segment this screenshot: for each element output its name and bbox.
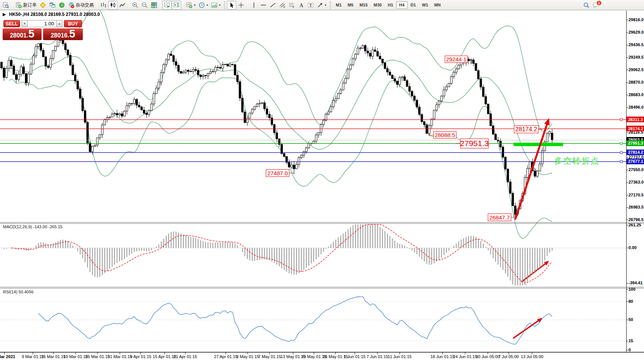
indicators-list-button[interactable]: ▾ — [185, 1, 197, 9]
chart-shift-button[interactable] — [172, 1, 181, 9]
price-label-annotation[interactable]: 27951.3 — [460, 139, 489, 148]
chart-canvas[interactable] — [0, 0, 644, 360]
svg-text:E: E — [284, 6, 286, 8]
search-button[interactable] — [582, 1, 591, 9]
price-tick: 26796.5 — [628, 217, 644, 222]
metaeditor-button[interactable] — [38, 1, 48, 9]
periods-menu-button[interactable]: ▾ — [197, 1, 209, 9]
market-watch-button[interactable] — [48, 1, 57, 9]
auto-scroll-button[interactable] — [162, 1, 172, 9]
text-label-tool-icon: T — [307, 2, 314, 8]
trendline-tool-button[interactable] — [268, 1, 278, 9]
timeframe-D1[interactable]: D1 — [408, 1, 419, 9]
pane-frames — [0, 11, 644, 354]
price-label-annotation[interactable]: 28174.2 — [514, 125, 538, 133]
trend-arrow-rsi[interactable] — [514, 318, 542, 338]
crosshair-tool-button[interactable] — [236, 1, 246, 9]
price-label-annotation[interactable]: 29244.1 — [445, 56, 468, 63]
time-label: 9 Mar 01:15 — [22, 354, 44, 359]
timeframe-H4[interactable]: H4 — [396, 1, 408, 9]
auto-trading-label: 自动交易 — [76, 2, 94, 8]
indicator-axis-tick: 100 — [628, 287, 644, 292]
symbol-info: HK50-,H4 28108.0 28169.5 27931.0 28003.0 — [2, 12, 100, 17]
indicators-list-icon — [186, 2, 192, 8]
dropdown-caret-icon[interactable]: ▾ — [219, 3, 220, 7]
price-tick: 27363.0 — [628, 180, 644, 185]
buy-price[interactable]: 28016.5 — [43, 28, 83, 40]
price-tag: 27814.2 — [627, 150, 644, 155]
buy-button[interactable]: BUY — [64, 20, 82, 27]
time-label: 19 Mar 01:15 — [64, 354, 88, 359]
annotation-leaders — [289, 59, 542, 217]
dropdown-caret-icon[interactable]: ▾ — [206, 3, 208, 7]
auto-trading-button[interactable]: 自动交易 — [67, 1, 95, 9]
price-tick: 29062.5 — [628, 67, 644, 72]
fibonacci-tool-button[interactable]: F — [287, 1, 296, 9]
notifications-button[interactable]: 1 — [591, 1, 601, 9]
chinese-annotation[interactable]: 多空转折点 — [554, 156, 600, 166]
sell-price[interactable]: 28001.5 — [3, 28, 42, 40]
periods-menu-icon — [199, 2, 205, 8]
green-highlight-bar[interactable] — [514, 143, 563, 146]
price-label-annotation[interactable]: 28088.5 — [433, 131, 456, 139]
text-tool-button[interactable]: A — [296, 1, 306, 9]
time-label: 31 Mar 01:15 — [108, 354, 132, 359]
toolbar-separator — [160, 1, 161, 9]
toolbar-grip[interactable] — [330, 1, 331, 9]
timeframe-M5[interactable]: M5 — [345, 1, 356, 9]
horizontal-line-tool-button[interactable] — [259, 1, 268, 9]
time-label: 11 Jun 01:15 — [388, 354, 412, 359]
vertical-line-tool-icon — [251, 2, 257, 8]
timeframe-M1[interactable]: M1 — [333, 1, 345, 9]
price-tick: 27170.5 — [628, 193, 644, 198]
dropdown-caret-icon[interactable]: ▾ — [194, 3, 196, 7]
time-label: 15 Apr 01:15 — [153, 354, 176, 359]
time-label: 21 Apr 01:15 — [174, 354, 197, 359]
one-click-trading-panel: SELL ▼ ▲ BUY 28001.5 28016.5 — [3, 19, 83, 41]
timeframe-M15[interactable]: M15 — [357, 1, 371, 9]
line-chart-mode-button[interactable] — [118, 1, 127, 9]
time-label: 25 Mar 01:15 — [85, 354, 110, 359]
new-order-button[interactable]: 新订单 — [14, 1, 38, 9]
price-label-annotation[interactable]: 27487.0 — [266, 169, 289, 177]
candle-chart-mode-button[interactable] — [108, 1, 118, 9]
zoom-out-button[interactable] — [140, 1, 149, 9]
zoom-in-button[interactable] — [130, 1, 140, 9]
sell-button[interactable]: SELL — [3, 20, 20, 27]
vertical-line-tool-button[interactable] — [249, 1, 259, 9]
metaeditor-icon — [40, 2, 46, 8]
volume-increase-button[interactable]: ▲ — [56, 20, 62, 27]
arrows-tool-icon — [317, 2, 323, 8]
cursor-tool-icon — [228, 2, 235, 8]
text-label-tool-button[interactable]: T — [306, 1, 315, 9]
dropdown-caret-icon[interactable]: ▾ — [325, 3, 326, 7]
timeframe-H1[interactable]: H1 — [385, 1, 396, 9]
volume-decrease-button[interactable]: ▼ — [22, 20, 28, 27]
symbol-marker-icon — [2, 12, 6, 17]
new-order-label: 新订单 — [23, 2, 37, 8]
templates-menu-button[interactable]: ▾ — [209, 1, 222, 9]
cursor-tool-button[interactable] — [227, 1, 236, 9]
signals-button[interactable] — [57, 1, 67, 9]
timeframe-M30[interactable]: M30 — [371, 1, 385, 9]
tile-windows-button[interactable] — [149, 1, 159, 9]
bar-chart-mode-button[interactable] — [99, 1, 108, 9]
trend-arrow-macd[interactable] — [522, 261, 549, 282]
symbol-ohlc-text: HK50-,H4 28108.0 28169.5 27931.0 28003.0 — [9, 12, 100, 17]
candle-chart-mode-icon — [110, 2, 116, 8]
print-preview-icon — [3, 2, 9, 8]
price-tag: 27951.3 — [627, 140, 644, 146]
equidistant-channel-tool-button[interactable]: E — [278, 1, 287, 9]
macd-indicator-label: MACD(12,26,9) -143.00 -265.15 — [3, 224, 62, 229]
price-label-annotation[interactable]: 26847.7 — [488, 214, 511, 221]
toolbar-separator — [97, 1, 97, 9]
toolbar-grip[interactable] — [224, 1, 225, 9]
timeframe-MN[interactable]: MN — [431, 1, 444, 9]
time-label: 3 Mar 2021 — [0, 354, 15, 359]
bollinger-bands — [9, 7, 552, 239]
arrows-tool-button[interactable]: ▾ — [315, 1, 328, 9]
print-preview-button[interactable] — [1, 1, 11, 9]
price-tick: 27550.0 — [628, 167, 644, 172]
volume-input[interactable] — [28, 20, 56, 27]
timeframe-W1[interactable]: W1 — [419, 1, 431, 9]
